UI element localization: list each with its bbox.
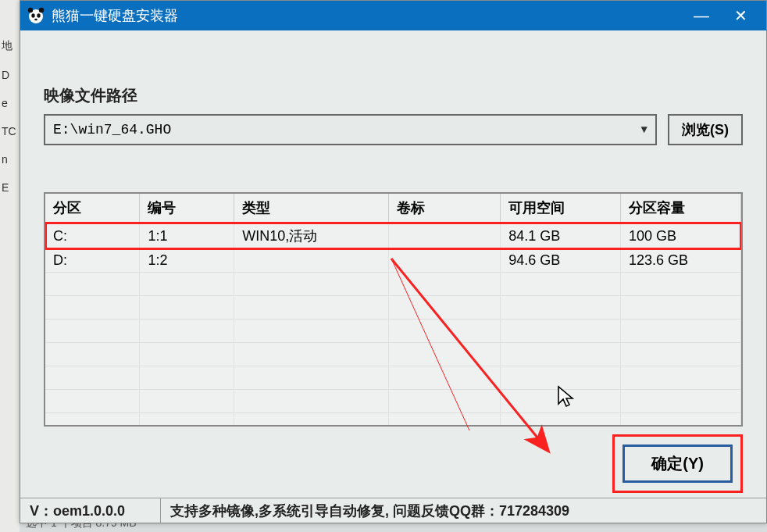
svg-point-4 [37, 13, 40, 18]
ok-button[interactable]: 确定(Y) [623, 445, 733, 483]
client-area: 映像文件路径 E:\win7_64.GHO ▼ 浏览(S) 分区 编号 类型 [20, 30, 766, 509]
cell-free: 84.1 GB [501, 223, 621, 249]
installer-window: 熊猫一键硬盘安装器 — ✕ 映像文件路径 E:\win7_64.GHO ▼ 浏览… [20, 0, 767, 523]
image-path-value: E:\win7_64.GHO [53, 122, 171, 137]
table-row-empty [45, 343, 741, 366]
svg-point-3 [31, 13, 34, 18]
image-path-label: 映像文件路径 [44, 85, 743, 106]
cell-type: WIN10,活动 [234, 223, 389, 249]
cell-partition: D: [45, 249, 140, 273]
image-path-dropdown[interactable]: E:\win7_64.GHO ▼ [44, 114, 657, 145]
table-row-empty [45, 366, 741, 390]
browse-button[interactable]: 浏览(S) [668, 114, 743, 145]
close-button[interactable]: ✕ [721, 1, 760, 30]
header-partition[interactable]: 分区 [45, 194, 140, 223]
cell-capacity: 123.6 GB [621, 249, 741, 273]
header-free[interactable]: 可用空间 [501, 194, 621, 223]
background-sidebar: 地 D e TC n E [0, 0, 20, 532]
cell-type [234, 249, 389, 273]
header-type[interactable]: 类型 [234, 194, 389, 223]
svg-point-2 [39, 8, 44, 12]
table-row-empty [45, 273, 741, 296]
minimize-button[interactable]: — [682, 1, 721, 30]
header-number[interactable]: 编号 [140, 194, 234, 223]
table-header-row: 分区 编号 类型 卷标 可用空间 分区容量 [45, 194, 741, 223]
partition-table[interactable]: 分区 编号 类型 卷标 可用空间 分区容量 C:1:1WIN10,活动84.1 … [44, 192, 743, 427]
table-row-empty [45, 296, 741, 320]
svg-point-5 [34, 19, 37, 20]
version-label: V：oem1.0.0.0 [20, 498, 161, 523]
header-capacity[interactable]: 分区容量 [621, 194, 741, 223]
cell-capacity: 100 GB [621, 223, 741, 249]
cell-volume [389, 223, 501, 249]
table-row-empty [45, 320, 741, 343]
statusbar: V：oem1.0.0.0 支持多种镜像,多系统引导自动修复, 问题反馈QQ群：7… [20, 498, 766, 523]
table-row[interactable]: C:1:1WIN10,活动84.1 GB100 GB [45, 223, 741, 249]
status-info: 支持多种镜像,多系统引导自动修复, 问题反馈QQ群：717284309 [161, 502, 766, 520]
table-row[interactable]: D:1:294.6 GB123.6 GB [45, 249, 741, 273]
table-row-empty [45, 413, 741, 427]
cell-number: 1:2 [140, 249, 234, 273]
svg-point-1 [28, 8, 33, 12]
cell-free: 94.6 GB [501, 249, 621, 273]
table-row-empty [45, 390, 741, 413]
cell-number: 1:1 [140, 223, 234, 249]
window-title: 熊猫一键硬盘安装器 [52, 6, 682, 25]
ok-highlight-box: 确定(Y) [612, 434, 743, 493]
cell-volume [389, 249, 501, 273]
cell-partition: C: [45, 223, 140, 249]
header-volume[interactable]: 卷标 [389, 194, 501, 223]
chevron-down-icon: ▼ [641, 123, 647, 136]
panda-icon [27, 6, 45, 25]
titlebar[interactable]: 熊猫一键硬盘安装器 — ✕ [20, 1, 766, 30]
